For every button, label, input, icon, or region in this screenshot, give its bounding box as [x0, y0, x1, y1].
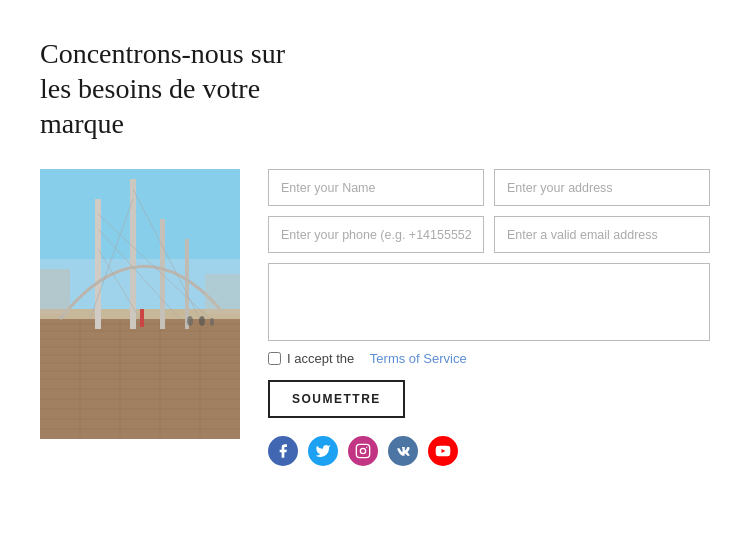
svg-rect-35: [140, 309, 144, 327]
svg-point-37: [360, 448, 365, 453]
submit-button[interactable]: SOUMETTRE: [268, 380, 405, 418]
phone-email-row: [268, 216, 710, 253]
vk-icon[interactable]: [388, 436, 418, 466]
svg-rect-24: [185, 239, 189, 329]
name-address-row: [268, 169, 710, 206]
page-title: Concentrons-nous surles besoins de votre…: [40, 36, 360, 141]
hero-image: [40, 169, 240, 439]
terms-link[interactable]: Terms of Service: [370, 351, 467, 366]
svg-rect-21: [95, 199, 101, 329]
svg-point-31: [199, 316, 205, 326]
name-input[interactable]: [268, 169, 484, 206]
twitter-icon[interactable]: [308, 436, 338, 466]
terms-checkbox[interactable]: [268, 352, 281, 365]
svg-point-30: [187, 316, 193, 326]
terms-row: I accept the Terms of Service: [268, 351, 710, 366]
content-row: I accept the Terms of Service SOUMETTRE: [40, 169, 710, 466]
image-column: [40, 169, 240, 439]
address-input[interactable]: [494, 169, 710, 206]
phone-input[interactable]: [268, 216, 484, 253]
email-input[interactable]: [494, 216, 710, 253]
youtube-icon[interactable]: [428, 436, 458, 466]
svg-rect-36: [356, 444, 369, 457]
svg-rect-22: [130, 179, 136, 329]
svg-rect-33: [40, 269, 70, 314]
facebook-icon[interactable]: [268, 436, 298, 466]
svg-point-38: [366, 447, 367, 448]
svg-point-32: [210, 318, 214, 326]
instagram-icon[interactable]: [348, 436, 378, 466]
message-textarea[interactable]: [268, 263, 710, 341]
checkbox-label-text: I accept the: [287, 351, 354, 366]
svg-rect-34: [205, 274, 240, 314]
page-wrapper: Concentrons-nous surles besoins de votre…: [0, 0, 750, 550]
social-icons-row: [268, 436, 710, 466]
form-column: I accept the Terms of Service SOUMETTRE: [268, 169, 710, 466]
